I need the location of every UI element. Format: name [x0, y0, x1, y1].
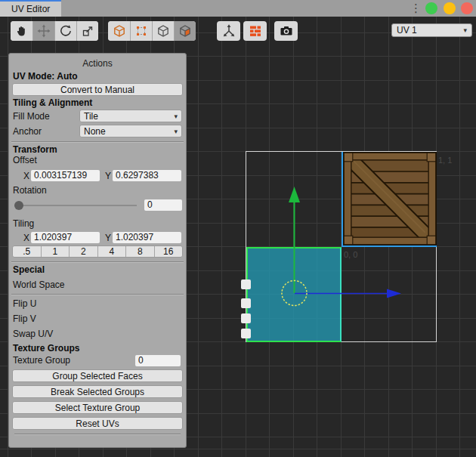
world-space-checkbox[interactable]: [241, 279, 251, 289]
special-heading: Special: [11, 263, 184, 274]
crate-texture-face[interactable]: [342, 152, 437, 247]
section-divider: [11, 294, 184, 295]
swap-uv-checkbox[interactable]: [241, 329, 251, 338]
select-texture-group-button[interactable]: Select Texture Group: [12, 401, 183, 414]
flip-u-checkbox[interactable]: [241, 298, 251, 308]
face-mode-icon: [178, 24, 192, 38]
anchor-label: Anchor: [13, 126, 79, 137]
fill-mode-dropdown[interactable]: Tile ▾: [79, 110, 182, 122]
flip-v-label: Flip V: [13, 313, 36, 324]
panel-title: Actions: [11, 56, 184, 70]
fill-mode-label: Fill Mode: [13, 111, 79, 122]
tiling-presets: .5 1 2 4 8 16: [12, 245, 183, 258]
vertex-mode-button[interactable]: [130, 21, 152, 41]
offset-label: Offset: [11, 154, 184, 166]
window-red-button[interactable]: [461, 2, 473, 14]
uv-canvas[interactable]: UV 1 ▾: [0, 17, 476, 457]
texture-view-button[interactable]: [243, 21, 267, 41]
transform-heading: Transform: [11, 143, 184, 154]
rotation-label: Rotation: [11, 184, 184, 196]
edge-mode-button[interactable]: [152, 21, 174, 41]
rotation-slider[interactable]: [14, 205, 137, 206]
flip-u-label: Flip U: [13, 298, 36, 309]
pan-tool-button[interactable]: [11, 21, 32, 41]
texture-bricks-icon: [248, 23, 263, 39]
swap-uv-label: Swap U/V: [13, 329, 53, 339]
crate-texture-image: [343, 152, 437, 245]
vertex-mode-icon: [134, 24, 148, 38]
window-yellow-button[interactable]: [444, 2, 456, 14]
offset-x-field[interactable]: 0.003157139: [31, 170, 100, 181]
world-space-label: World Space: [13, 279, 64, 290]
project-uv-icon: [221, 23, 236, 39]
preset-2-button[interactable]: 2: [69, 246, 97, 257]
cube-object-icon: [113, 24, 126, 38]
actions-panel: Actions UV Mode: Auto Convert to Manual …: [8, 53, 187, 448]
panel-bottom-divider: [14, 434, 181, 435]
preset-1-button[interactable]: 1: [41, 246, 70, 257]
chevron-down-icon: ▾: [174, 113, 178, 120]
move-tool-button[interactable]: [32, 21, 54, 41]
tiling-label: Tiling: [11, 218, 184, 230]
screenshot-button[interactable]: [274, 21, 298, 41]
tiling-y-label: Y: [104, 233, 113, 243]
preset-half-button[interactable]: .5: [13, 246, 41, 257]
preset-8-button[interactable]: 8: [125, 246, 154, 257]
tool-group: [11, 21, 98, 41]
scale-tool-button[interactable]: [76, 21, 98, 41]
hand-icon: [15, 24, 29, 38]
window-green-button[interactable]: [425, 2, 437, 14]
face-mode-button[interactable]: [174, 21, 196, 41]
rotation-field[interactable]: 0: [144, 199, 182, 211]
preset-16-button[interactable]: 16: [154, 246, 183, 257]
chevron-down-icon: ▾: [174, 128, 178, 135]
selection-mode-group: [108, 21, 196, 41]
object-mode-button[interactable]: [108, 21, 130, 41]
convert-to-manual-button[interactable]: Convert to Manual: [12, 83, 183, 96]
tiling-y-field[interactable]: 1.020397: [113, 232, 181, 243]
uv-unit-label: 1, 1: [438, 156, 452, 165]
camera-icon: [279, 23, 294, 39]
uv-editor-window: UV Editor ⋮: [0, 0, 476, 457]
tab-uv-editor[interactable]: UV Editor: [0, 0, 61, 17]
reset-uvs-button[interactable]: Reset UVs: [12, 417, 183, 430]
fill-mode-value: Tile: [84, 111, 98, 122]
offset-y-label: Y: [104, 171, 113, 181]
preset-4-button[interactable]: 4: [97, 246, 126, 257]
tiling-alignment-heading: Tiling & Alignment: [11, 96, 184, 107]
flip-v-checkbox[interactable]: [241, 313, 251, 323]
anchor-value: None: [84, 126, 106, 137]
break-selected-groups-button[interactable]: Break Selected Groups: [12, 385, 183, 398]
uv-channel-dropdown[interactable]: UV 1 ▾: [391, 23, 472, 37]
selected-uv-face[interactable]: [246, 247, 342, 342]
offset-y-field[interactable]: 0.6297383: [113, 170, 181, 181]
tiling-x-field[interactable]: 1.020397: [31, 232, 100, 243]
kebab-menu-icon[interactable]: ⋮: [410, 1, 422, 16]
offset-x-label: X: [22, 171, 31, 181]
edge-mode-icon: [156, 24, 170, 38]
anchor-dropdown[interactable]: None ▾: [79, 125, 182, 137]
rotation-slider-knob[interactable]: [14, 201, 23, 210]
move-icon: [37, 24, 51, 38]
uv-channel-value: UV 1: [397, 25, 417, 36]
project-uv-button[interactable]: [217, 21, 240, 41]
uv-bounds-box: [246, 151, 437, 342]
texture-group-field[interactable]: 0: [135, 355, 181, 366]
texture-group-label: Texture Group: [13, 355, 70, 366]
tab-label: UV Editor: [11, 4, 50, 14]
rotate-tool-button[interactable]: [54, 21, 76, 41]
texture-groups-heading: Texture Groups: [11, 341, 184, 353]
uv-mode-label: UV Mode: Auto: [11, 70, 184, 82]
uv-origin-label: 0, 0: [344, 250, 357, 259]
rotate-icon: [59, 24, 73, 38]
scale-icon: [81, 24, 94, 38]
group-selected-faces-button[interactable]: Group Selected Faces: [12, 369, 183, 382]
chevron-down-icon: ▾: [463, 26, 467, 34]
tiling-x-label: X: [22, 233, 31, 243]
titlebar: UV Editor ⋮: [0, 0, 476, 17]
